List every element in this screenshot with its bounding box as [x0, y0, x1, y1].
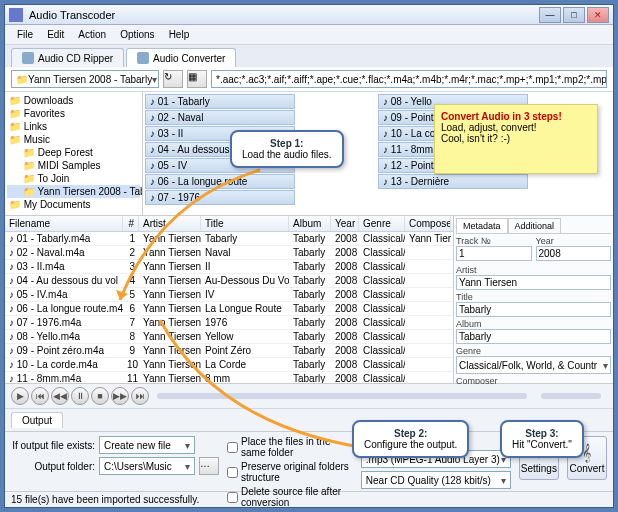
convert-icon: [137, 52, 149, 64]
prev-button[interactable]: ⏮: [31, 387, 49, 405]
album-field[interactable]: [456, 329, 611, 344]
tree-item[interactable]: 📁 Favorites: [7, 107, 140, 120]
table-row[interactable]: ♪ 04 - Au dessous du vol4Yann TiersenAu-…: [5, 274, 453, 288]
menu-action[interactable]: Action: [72, 27, 112, 42]
callout-step1: Step 1:Load the audio files.: [230, 130, 344, 168]
stop-button[interactable]: ■: [91, 387, 109, 405]
table-row[interactable]: ♪ 03 - II.m4a3Yann TiersenIITabarly2008C…: [5, 260, 453, 274]
quality-combo[interactable]: Near CD Quality (128 kbit/s)▾: [361, 471, 511, 489]
tab-converter[interactable]: Audio Converter: [126, 48, 236, 67]
rewind-button[interactable]: ◀◀: [51, 387, 69, 405]
table-row[interactable]: ♪ 08 - Yello.m4a8Yann TiersenYellowTabar…: [5, 330, 453, 344]
minimize-button[interactable]: —: [539, 7, 561, 23]
artist-field[interactable]: [456, 275, 611, 290]
fwd-button[interactable]: ▶▶: [111, 387, 129, 405]
title-field[interactable]: [456, 302, 611, 317]
genre-combo[interactable]: Classical/Folk, World, & Countr▾: [456, 356, 611, 374]
player-bar: ▶ ⏮ ◀◀ ⏸ ■ ▶▶ ⏭: [5, 384, 613, 409]
file-item[interactable]: ♪ 01 - Tabarly: [145, 94, 295, 109]
titlebar: Audio Transcoder — □ ✕: [5, 5, 613, 25]
trackno-field[interactable]: [456, 246, 532, 261]
file-item[interactable]: ♪ 13 - Dernière: [378, 174, 528, 189]
folder-tree[interactable]: 📁 Downloads📁 Favorites📁 Links📁 Music📁 De…: [5, 92, 143, 215]
callout-step3: Step 3:Hit "Convert.": [500, 420, 584, 458]
callout-step2: Step 2:Configure the output.: [352, 420, 469, 458]
track-grid[interactable]: Filename # Artist Title Album Year Genre…: [5, 216, 453, 383]
tree-item[interactable]: 📁 Downloads: [7, 94, 140, 107]
grid-header: Filename # Artist Title Album Year Genre…: [5, 216, 453, 232]
filter-combo[interactable]: *.aac;*.ac3;*.aif;*.aiff;*.ape;*.cue;*.f…: [211, 70, 607, 88]
table-row[interactable]: ♪ 01 - Tabarly.m4a1Yann TiersenTabarlyTa…: [5, 232, 453, 246]
maximize-button[interactable]: □: [563, 7, 585, 23]
pause-button[interactable]: ⏸: [71, 387, 89, 405]
table-row[interactable]: ♪ 06 - La longue route.m4a6Yann TiersenL…: [5, 302, 453, 316]
toolbar: 📁 Yann Tiersen 2008 - Tabarly▾ ↻ ▦ *.aac…: [5, 67, 613, 92]
tree-item[interactable]: 📁 Deep Forest: [7, 146, 140, 159]
browse-folder-button[interactable]: …: [199, 457, 219, 475]
same-folder-checkbox[interactable]: [227, 442, 238, 453]
cd-icon: [22, 52, 34, 64]
path-combo[interactable]: 📁 Yann Tiersen 2008 - Tabarly▾: [11, 70, 159, 88]
tree-item[interactable]: 📁 Yann Tiersen 2008 - Tabarly: [7, 185, 140, 198]
view-button[interactable]: ▦: [187, 70, 207, 88]
table-row[interactable]: ♪ 10 - La corde.m4a10Yann TiersenLa Cord…: [5, 358, 453, 372]
delete-source-checkbox[interactable]: [227, 492, 238, 503]
next-button[interactable]: ⏭: [131, 387, 149, 405]
volume-slider[interactable]: [541, 393, 601, 399]
tab-ripper[interactable]: Audio CD Ripper: [11, 48, 124, 67]
metadata-tab[interactable]: Metadata: [456, 218, 508, 233]
output-tab[interactable]: Output: [11, 412, 63, 428]
menu-edit[interactable]: Edit: [41, 27, 70, 42]
file-item[interactable]: ♪ 02 - Naval: [145, 110, 295, 125]
file-item[interactable]: ♪ 06 - La longue route: [145, 174, 295, 189]
metadata-panel: Metadata Additional Track № Year Artist …: [453, 216, 613, 383]
tree-item[interactable]: 📁 Links: [7, 120, 140, 133]
additional-tab[interactable]: Additional: [508, 218, 562, 233]
table-row[interactable]: ♪ 02 - Naval.m4a2Yann TiersenNavalTabarl…: [5, 246, 453, 260]
tree-item[interactable]: 📁 My Documents: [7, 198, 140, 211]
window-title: Audio Transcoder: [29, 9, 539, 21]
refresh-button[interactable]: ↻: [163, 70, 183, 88]
tree-item[interactable]: 📁 To Join: [7, 172, 140, 185]
mode-tabs: Audio CD Ripper Audio Converter: [5, 45, 613, 67]
folder-combo[interactable]: C:\Users\Music▾: [99, 457, 195, 475]
tree-item[interactable]: 📁 MIDI Samples: [7, 159, 140, 172]
year-field[interactable]: [536, 246, 612, 261]
table-row[interactable]: ♪ 09 - Point zéro.m4a9Yann TiersenPoint …: [5, 344, 453, 358]
seek-slider[interactable]: [157, 393, 527, 399]
tree-item[interactable]: 📁 Music: [7, 133, 140, 146]
close-button[interactable]: ✕: [587, 7, 609, 23]
menu-help[interactable]: Help: [163, 27, 196, 42]
table-row[interactable]: ♪ 05 - IV.m4a5Yann TiersenIVTabarly2008C…: [5, 288, 453, 302]
menubar: File Edit Action Options Help: [5, 25, 613, 45]
play-button[interactable]: ▶: [11, 387, 29, 405]
file-item[interactable]: ♪ 07 - 1976: [145, 190, 295, 205]
app-icon: [9, 8, 23, 22]
exist-combo[interactable]: Create new file▾: [99, 436, 195, 454]
menu-file[interactable]: File: [11, 27, 39, 42]
table-row[interactable]: ♪ 07 - 1976.m4a7Yann Tiersen1976Tabarly2…: [5, 316, 453, 330]
menu-options[interactable]: Options: [114, 27, 160, 42]
preserve-folders-checkbox[interactable]: [227, 467, 238, 478]
sticky-note: Convert Audio in 3 steps! Load, adjust, …: [434, 104, 598, 174]
table-row[interactable]: ♪ 11 - 8mm.m4a11Yann Tiersen8 mmTabarly2…: [5, 372, 453, 383]
